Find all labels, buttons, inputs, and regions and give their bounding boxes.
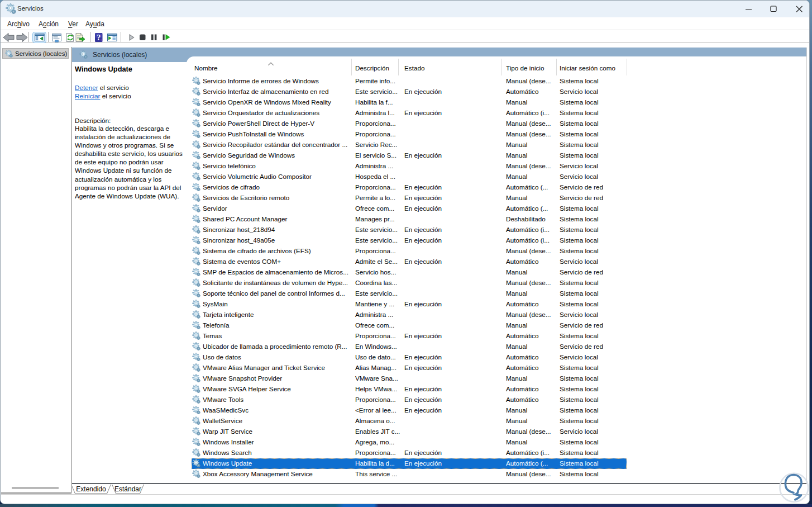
svg-text:Extendido: Extendido	[76, 485, 106, 493]
svg-text:?: ?	[97, 34, 101, 42]
svg-text:Estándar: Estándar	[114, 485, 141, 493]
